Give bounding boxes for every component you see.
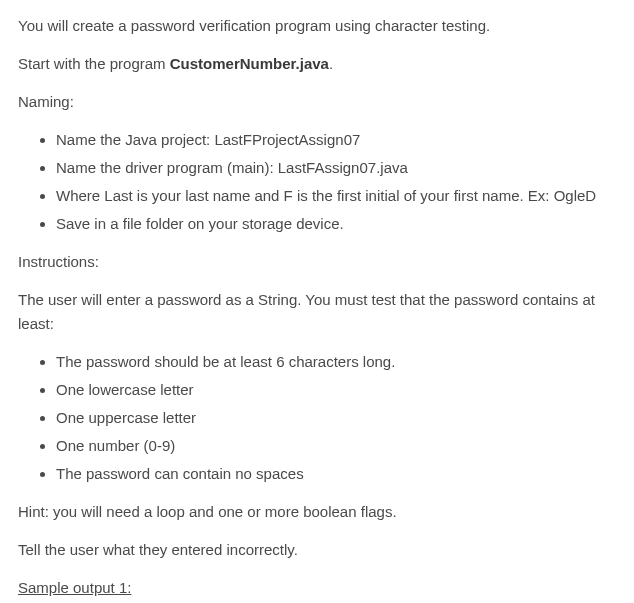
sample-heading: Sample output 1:: [18, 576, 616, 600]
list-item: Name the Java project: LastFProjectAssig…: [56, 128, 616, 152]
intro-line-2: Start with the program CustomerNumber.ja…: [18, 52, 616, 76]
intro-line-2-prefix: Start with the program: [18, 55, 170, 72]
hint-text: Hint: you will need a loop and one or mo…: [18, 500, 616, 524]
list-item: Where Last is your last name and F is th…: [56, 184, 616, 208]
naming-heading: Naming:: [18, 90, 616, 114]
instructions-lead: The user will enter a password as a Stri…: [18, 288, 616, 336]
list-item: One number (0-9): [56, 434, 616, 458]
list-item: The password can contain no spaces: [56, 462, 616, 486]
instructions-heading: Instructions:: [18, 250, 616, 274]
instructions-list: The password should be at least 6 charac…: [18, 350, 616, 486]
list-item: The password should be at least 6 charac…: [56, 350, 616, 374]
tell-text: Tell the user what they entered incorrec…: [18, 538, 616, 562]
list-item: One lowercase letter: [56, 378, 616, 402]
intro-line-1: You will create a password verification …: [18, 14, 616, 38]
list-item: Name the driver program (main): LastFAss…: [56, 156, 616, 180]
list-item: Save in a file folder on your storage de…: [56, 212, 616, 236]
naming-list: Name the Java project: LastFProjectAssig…: [18, 128, 616, 236]
intro-line-2-suffix: .: [329, 55, 333, 72]
list-item: One uppercase letter: [56, 406, 616, 430]
intro-line-2-bold: CustomerNumber.java: [170, 55, 329, 72]
